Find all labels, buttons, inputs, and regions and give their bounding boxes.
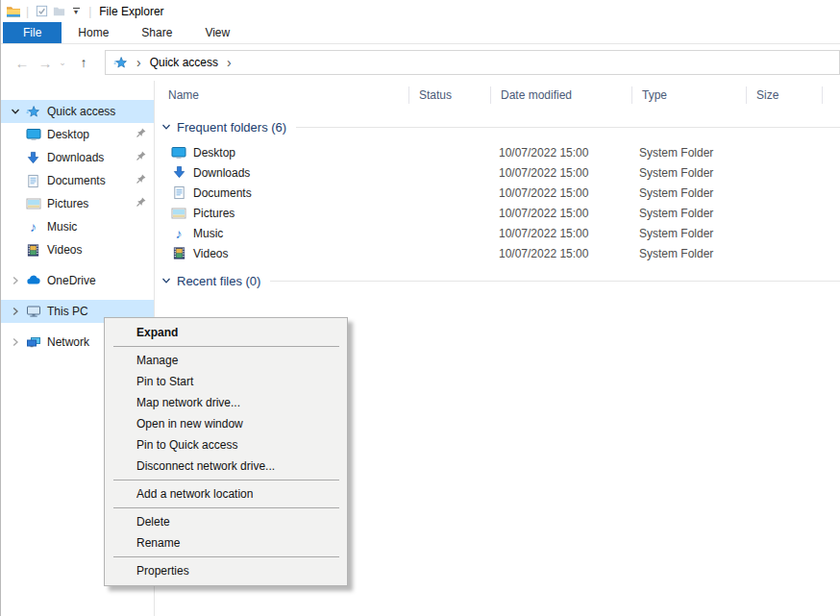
pin-icon[interactable] bbox=[135, 150, 147, 165]
chevron-right-icon[interactable] bbox=[9, 307, 22, 316]
address-bar[interactable]: › Quick access › bbox=[105, 50, 840, 75]
titlebar-separator: | bbox=[88, 5, 91, 18]
ribbon-tab-bar: File Home Share View bbox=[1, 22, 840, 44]
sidebar-item-videos[interactable]: Videos bbox=[1, 238, 154, 261]
chevron-right-icon[interactable] bbox=[9, 276, 22, 285]
column-header-type[interactable]: Type bbox=[631, 86, 746, 104]
group-header-recent-files[interactable]: Recent files (0) bbox=[155, 271, 840, 290]
chevron-down-icon[interactable] bbox=[161, 122, 171, 132]
qat-customize-dropdown-icon[interactable]: ▾ bbox=[69, 8, 83, 14]
breadcrumb-chevron-icon[interactable]: › bbox=[136, 56, 141, 69]
sidebar-item-onedrive[interactable]: OneDrive bbox=[1, 269, 154, 292]
file-date-modified: 10/07/2022 15:00 bbox=[490, 166, 631, 180]
window-title: File Explorer bbox=[99, 5, 163, 18]
menu-item-disconnect-network-drive[interactable]: Disconnect network drive... bbox=[105, 456, 347, 477]
menu-item-rename[interactable]: Rename bbox=[105, 532, 347, 554]
sidebar-item-label: OneDrive bbox=[47, 274, 96, 287]
qat-properties-icon[interactable] bbox=[33, 3, 50, 20]
file-row-music[interactable]: ♪ Music 10/07/2022 15:00 System Folder bbox=[155, 223, 840, 243]
group-header-label: Recent files (0) bbox=[177, 274, 260, 288]
network-icon bbox=[25, 334, 41, 350]
chevron-right-icon[interactable] bbox=[9, 337, 22, 347]
file-name: Videos bbox=[193, 247, 228, 260]
sidebar-item-label: Videos bbox=[47, 243, 82, 257]
sidebar-item-label: Quick access bbox=[47, 105, 115, 118]
sidebar-item-pictures[interactable]: Pictures bbox=[1, 192, 154, 215]
documents-icon bbox=[171, 185, 186, 201]
group-rule bbox=[270, 281, 840, 282]
file-row-videos[interactable]: Videos 10/07/2022 15:00 System Folder bbox=[155, 243, 840, 263]
downloads-icon bbox=[25, 150, 41, 165]
desktop-icon bbox=[25, 127, 41, 142]
documents-icon bbox=[25, 173, 41, 188]
breadcrumb-quick-access[interactable]: Quick access bbox=[150, 56, 218, 69]
tab-file[interactable]: File bbox=[3, 22, 62, 43]
file-date-modified: 10/07/2022 15:00 bbox=[490, 186, 631, 200]
file-type: System Folder bbox=[631, 207, 746, 220]
pin-icon[interactable] bbox=[135, 173, 147, 188]
navigation-bar: ← → ⌄ ↑ › Quick access › bbox=[1, 44, 840, 81]
file-date-modified: 10/07/2022 15:00 bbox=[490, 247, 631, 260]
menu-item-expand[interactable]: Expand bbox=[105, 322, 347, 343]
menu-item-pin-to-quick-access[interactable]: Pin to Quick access bbox=[105, 434, 347, 456]
file-date-modified: 10/07/2022 15:00 bbox=[490, 146, 631, 160]
sidebar-item-downloads[interactable]: Downloads bbox=[1, 146, 154, 169]
tab-home[interactable]: Home bbox=[62, 22, 125, 43]
sidebar-item-documents[interactable]: Documents bbox=[1, 169, 154, 192]
menu-separator bbox=[113, 480, 339, 480]
pictures-icon bbox=[25, 196, 41, 211]
file-name: Documents bbox=[193, 186, 252, 200]
menu-item-properties[interactable]: Properties bbox=[105, 560, 347, 581]
sidebar-item-label: Pictures bbox=[47, 197, 88, 210]
file-row-pictures[interactable]: Pictures 10/07/2022 15:00 System Folder bbox=[155, 203, 840, 223]
up-icon[interactable]: ↑ bbox=[72, 55, 95, 70]
videos-icon bbox=[25, 242, 41, 258]
forward-icon[interactable]: → bbox=[34, 55, 57, 71]
breadcrumb-chevron-icon[interactable]: › bbox=[227, 56, 232, 69]
music-icon: ♪ bbox=[171, 226, 186, 241]
file-name: Pictures bbox=[193, 207, 235, 220]
file-type: System Folder bbox=[631, 186, 746, 200]
tab-view[interactable]: View bbox=[188, 22, 246, 43]
column-header-date-modified[interactable]: Date modified bbox=[490, 86, 631, 104]
tab-share[interactable]: Share bbox=[125, 22, 188, 43]
chevron-down-icon[interactable] bbox=[9, 107, 22, 116]
menu-separator bbox=[113, 507, 339, 508]
pin-icon[interactable] bbox=[135, 196, 147, 211]
file-date-modified: 10/07/2022 15:00 bbox=[490, 227, 631, 240]
menu-item-map-network-drive[interactable]: Map network drive... bbox=[105, 392, 347, 413]
music-icon: ♪ bbox=[25, 219, 41, 234]
pictures-icon bbox=[171, 206, 186, 221]
column-header-status[interactable]: Status bbox=[408, 86, 490, 104]
sidebar-item-label: Downloads bbox=[47, 151, 104, 164]
column-header-name[interactable]: Name bbox=[155, 86, 408, 104]
qat-new-folder-icon[interactable] bbox=[50, 3, 67, 20]
menu-item-delete[interactable]: Delete bbox=[105, 511, 347, 532]
context-menu-this-pc: Expand Manage Pin to Start Map network d… bbox=[104, 317, 348, 586]
quick-access-star-icon bbox=[25, 104, 41, 119]
menu-item-manage[interactable]: Manage bbox=[105, 350, 347, 371]
group-rule bbox=[296, 127, 840, 128]
quick-access-star-icon[interactable] bbox=[113, 56, 128, 70]
file-explorer-window: | ▾ | File Explorer File Home Share View… bbox=[0, 0, 840, 616]
file-row-documents[interactable]: Documents 10/07/2022 15:00 System Folder bbox=[155, 183, 840, 203]
group-header-frequent-folders[interactable]: Frequent folders (6) bbox=[155, 117, 840, 136]
sidebar-item-label: Network bbox=[47, 335, 89, 349]
sidebar-item-desktop[interactable]: Desktop bbox=[1, 123, 154, 146]
file-row-desktop[interactable]: Desktop 10/07/2022 15:00 System Folder bbox=[155, 142, 840, 162]
menu-item-pin-to-start[interactable]: Pin to Start bbox=[105, 371, 347, 392]
column-header-size[interactable]: Size bbox=[746, 86, 822, 104]
file-type: System Folder bbox=[631, 166, 746, 180]
downloads-icon bbox=[171, 165, 186, 181]
videos-icon bbox=[171, 246, 186, 261]
back-icon[interactable]: ← bbox=[11, 55, 34, 71]
recent-locations-chevron-icon[interactable]: ⌄ bbox=[57, 58, 68, 67]
chevron-down-icon[interactable] bbox=[161, 276, 171, 285]
pin-icon[interactable] bbox=[135, 127, 147, 142]
file-row-downloads[interactable]: Downloads 10/07/2022 15:00 System Folder bbox=[155, 162, 840, 183]
sidebar-item-quick-access[interactable]: Quick access bbox=[1, 100, 154, 123]
menu-item-open-in-new-window[interactable]: Open in new window bbox=[105, 413, 347, 434]
menu-item-add-a-network-location[interactable]: Add a network location bbox=[105, 483, 347, 505]
file-explorer-folder-icon[interactable] bbox=[5, 3, 22, 20]
sidebar-item-music[interactable]: ♪ Music bbox=[1, 215, 154, 238]
